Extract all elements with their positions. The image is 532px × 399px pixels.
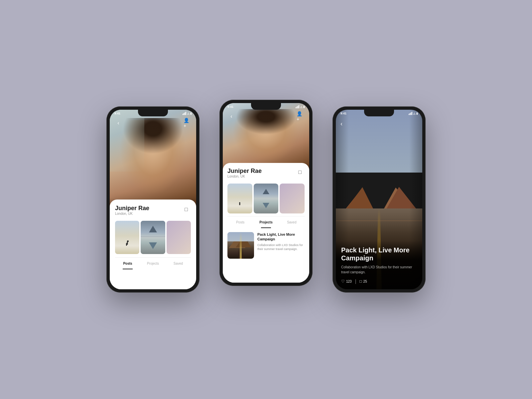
notch-2 — [251, 103, 281, 110]
photo-thumb-2[interactable] — [141, 221, 165, 254]
likes-group[interactable]: ♡ 123 — [341, 279, 352, 284]
tab-posts-2[interactable]: Posts — [227, 219, 253, 225]
divider: | — [355, 279, 356, 284]
profile-header-1: Juniper Rae London, UK □ — [115, 205, 191, 219]
wifi-icon-1: △ — [187, 112, 189, 115]
profile-location-2: London, UK — [227, 175, 262, 178]
photo-thumb-3[interactable] — [167, 221, 191, 254]
add-person-button-2[interactable]: 👤+ — [297, 112, 305, 120]
profile-header-2: Juniper Rae London, UK □ — [227, 168, 305, 182]
message-button-1[interactable]: □ — [182, 205, 191, 214]
photo-grid-2 — [227, 184, 305, 213]
phone-1: 9:41 △ ▮ — [106, 106, 200, 293]
project-info-1: Pack Light, Live More Campaign Collabora… — [257, 232, 305, 259]
phone-2: 9:41 △ ▮ ‹ 👤+ — [219, 100, 313, 286]
battery-icon-3: ▮ — [416, 112, 418, 115]
photo-thumb-2a[interactable] — [227, 184, 252, 213]
wifi-icon-2: △ — [300, 105, 302, 108]
detail-actions: ♡ 123 | □ 25 — [341, 279, 417, 284]
photo-thumb-2b[interactable] — [254, 184, 279, 213]
project-title-1: Pack Light, Live More Campaign — [257, 232, 305, 242]
tab-projects-1[interactable]: Projects — [140, 260, 166, 267]
detail-description: Collaboration with LXD Studios for their… — [341, 265, 417, 275]
likes-count: 123 — [346, 280, 352, 283]
photo-thumb-2c[interactable] — [280, 184, 305, 213]
tabs-2: Posts Projects Saved — [227, 216, 305, 225]
status-icons-3: △ ▮ — [409, 112, 418, 115]
signal-icon-1 — [183, 112, 186, 115]
time-2: 9:41 — [227, 105, 233, 108]
detail-screen: 9:41 △ ▮ ‹ — [336, 110, 422, 289]
nav-overlay-1: ‹ 👤+ — [110, 119, 196, 127]
add-person-button-1[interactable]: 👤+ — [184, 119, 192, 127]
profile-name-1: Juniper Rae — [115, 205, 149, 212]
message-button-2[interactable]: □ — [295, 168, 305, 177]
nav-overlay-2: ‹ 👤+ — [223, 112, 309, 120]
battery-icon-2: ▮ — [303, 105, 305, 108]
project-thumbnail-1 — [227, 232, 254, 259]
wifi-icon-3: △ — [413, 112, 415, 115]
tab-saved-2[interactable]: Saved — [279, 219, 305, 225]
back-button-1[interactable]: ‹ — [114, 119, 122, 127]
signal-icon-3 — [409, 112, 412, 115]
tabs-1: Posts Projects Saved — [115, 257, 191, 267]
profile-name-2: Juniper Rae — [227, 168, 262, 175]
status-icons-2: △ ▮ — [296, 105, 305, 108]
signal-icon-2 — [296, 105, 299, 108]
back-button-2[interactable]: ‹ — [227, 112, 235, 120]
notch-3 — [364, 110, 394, 116]
status-icons-1: △ ▮ — [183, 112, 192, 115]
time-1: 9:41 — [114, 112, 120, 115]
comment-icon: □ — [359, 279, 362, 284]
photo-thumb-1[interactable] — [115, 221, 139, 254]
notch-1 — [138, 110, 168, 116]
heart-icon: ♡ — [341, 279, 345, 284]
comments-count: 25 — [363, 280, 367, 283]
detail-content: Pack Light, Live More Campaign Collabora… — [336, 241, 422, 289]
photo-grid-1 — [115, 221, 191, 254]
time-3: 9:41 — [340, 112, 346, 115]
hero-photo-1: ‹ 👤+ 100 posts 10 projects 234 followers — [110, 110, 196, 213]
profile-card-1: Juniper Rae London, UK □ — [110, 200, 196, 289]
project-item-1[interactable]: Pack Light, Live More Campaign Collabora… — [227, 229, 305, 262]
project-desc-1: Collaboration with LXD Studios for their… — [257, 243, 305, 251]
tab-saved-1[interactable]: Saved — [166, 260, 191, 267]
phone-3: 9:41 △ ▮ ‹ — [332, 106, 426, 293]
tab-projects-2[interactable]: Projects — [253, 219, 279, 225]
detail-title: Pack Light, Live More Campaign — [341, 246, 417, 262]
tab-posts-1[interactable]: Posts — [115, 260, 140, 267]
profile-location-1: London, UK — [115, 212, 149, 215]
comments-group[interactable]: □ 25 — [359, 279, 367, 284]
profile-card-2: Juniper Rae London, UK □ — [223, 163, 309, 283]
back-button-3[interactable]: ‹ — [340, 120, 342, 127]
battery-icon-1: ▮ — [190, 112, 192, 115]
